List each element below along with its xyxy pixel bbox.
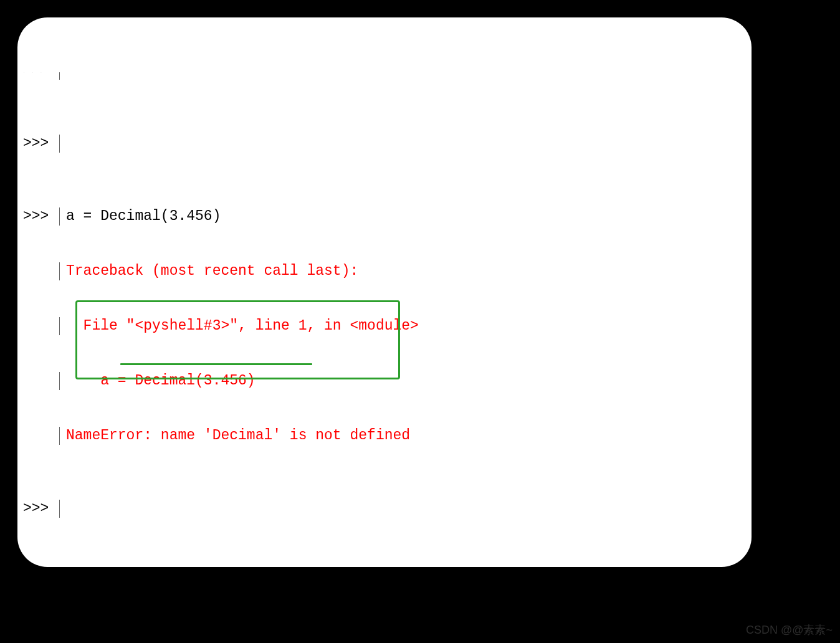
error-message: NameError: name 'Decimal' is not defined xyxy=(60,427,410,445)
repl-line: a = Decimal(3.456) xyxy=(17,372,752,390)
repl-line: Traceback (most recent call last): xyxy=(17,262,752,280)
traceback-line: File "<pyshell#3>", line 1, in <module> xyxy=(60,317,419,335)
repl-prompt: >>> xyxy=(17,500,60,518)
traceback-line: Traceback (most recent call last): xyxy=(60,262,358,280)
traceback-line: a = Decimal(3.456) xyxy=(60,372,255,390)
annotation-highlight-box xyxy=(75,300,400,379)
repl-line: File "<pyshell#3>", line 1, in <module> xyxy=(17,317,752,335)
terminal-window: >>> >>> >>>a = Decimal(3.456) Traceback … xyxy=(17,17,752,567)
partial-line-top: >>> xyxy=(17,72,752,80)
watermark-text: CSDN @@素素~ xyxy=(746,621,833,639)
terminal-content[interactable]: >>> >>> >>>a = Decimal(3.456) Traceback … xyxy=(17,17,752,567)
code-input: a = Decimal(3.456) xyxy=(60,207,221,226)
repl-line: >>> xyxy=(17,500,752,518)
repl-line: NameError: name 'Decimal' is not defined xyxy=(17,427,752,445)
annotation-underline xyxy=(120,363,312,365)
repl-prompt: >>> xyxy=(17,207,60,226)
repl-prompt: >>> xyxy=(17,135,60,153)
repl-line: >>>a = Decimal(3.456) xyxy=(17,207,752,226)
repl-line: >>> xyxy=(17,135,752,153)
